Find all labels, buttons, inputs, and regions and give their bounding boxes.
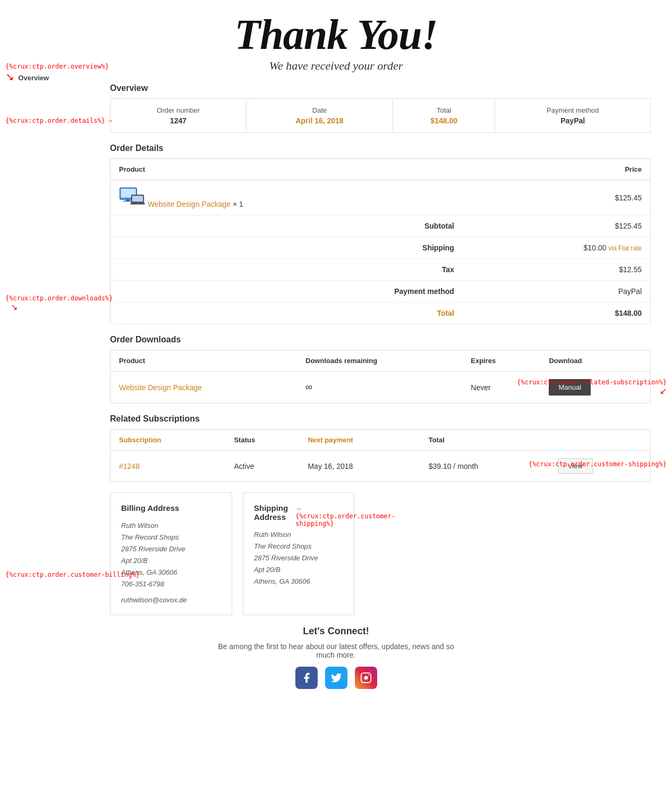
subs-col-status: Status — [225, 430, 299, 451]
shipping-method: via Flat rate — [608, 245, 642, 252]
sub-status: Active — [225, 451, 299, 482]
product-cell: Website Design Package × 1 — [110, 180, 463, 215]
subscriptions-table: Subscription Status Next payment Total #… — [110, 429, 651, 482]
billing-phone: 706-351-6798 — [121, 578, 221, 590]
subtotal-row: Subtotal $125.45 — [110, 215, 651, 237]
annotation-customer-shipping: {%crux:ctp.order.customer-shipping%} — [529, 460, 667, 468]
dl-col-remaining: Downloads remaining — [297, 350, 462, 372]
product-link[interactable]: Website Design Package — [148, 200, 231, 208]
related-subscriptions-section: Related Subscriptions Subscription Statu… — [110, 414, 651, 482]
col-price-header: Price — [463, 159, 651, 180]
dl-col-expires: Expires — [462, 350, 540, 372]
total-value: $148.00 — [404, 116, 484, 125]
shipping-apt: Apt 20/B — [254, 564, 343, 576]
subs-col-subscription: Subscription — [110, 430, 226, 451]
downloads-title: Order Downloads — [110, 335, 651, 344]
shipping-city-state: Athens, GA 30606 — [254, 576, 343, 587]
order-details-section: Order Details Product Price — [110, 144, 651, 324]
total-cell: Total $148.00 — [393, 99, 495, 133]
billing-apt: Apt 20/B — [121, 555, 221, 567]
overview-section: Overview Order number 1247 Date April 16… — [110, 83, 651, 133]
billing-address-box: Billing Address Ruth Wilson The Record S… — [110, 492, 232, 615]
billing-company: The Record Shops — [121, 532, 221, 543]
billing-street: 2875 Riverside Drive — [121, 543, 221, 555]
shipping-row: Shipping $10.00 via Flat rate — [110, 237, 651, 259]
product-price: $125.45 — [463, 180, 651, 215]
subs-col-total: Total — [420, 430, 549, 451]
sub-next-payment: May 16, 2018 — [299, 451, 420, 482]
col-product-header: Product — [110, 159, 463, 180]
order-details-table: Product Price — [110, 158, 651, 324]
annotation-downloads: {%crux:ctp.order.downloads%} ↘ — [5, 295, 113, 312]
annotation-related-sub: {%crux:ctp.order.related-subscription%} … — [517, 379, 667, 396]
shipping-address-content: Ruth Wilson The Record Shops 2875 Rivers… — [254, 529, 343, 587]
tax-value: $12.55 — [463, 259, 651, 281]
billing-address-content: Ruth Wilson The Record Shops 2875 Rivers… — [121, 520, 221, 591]
overview-table: Order number 1247 Date April 16, 2018 To… — [110, 98, 651, 133]
billing-name: Ruth Wilson — [121, 520, 221, 532]
shipping-address-box: Shipping Address → {%crux:ctp.order.cust… — [243, 492, 354, 615]
billing-email: ruthwilson@covox.de — [121, 596, 221, 604]
dl-remaining: ∞ — [297, 372, 462, 404]
dl-col-product: Product — [110, 350, 297, 372]
billing-address-title: Billing Address — [121, 503, 221, 512]
svg-rect-5 — [132, 196, 143, 201]
order-number-cell: Order number 1247 — [110, 99, 246, 133]
payment-value: PayPal — [506, 116, 640, 125]
subs-col-action — [549, 430, 651, 451]
shipping-street: 2875 Riverside Drive — [254, 552, 343, 564]
connect-text: Be among the first to hear about our lat… — [217, 642, 456, 659]
payment-method-label: Payment method — [110, 281, 463, 302]
connect-section: Let's Connect! Be among the first to hea… — [0, 626, 672, 689]
address-row: Billing Address Ruth Wilson The Record S… — [110, 492, 651, 615]
product-quantity: × 1 — [233, 200, 243, 208]
dl-product-name: Website Design Package — [110, 372, 297, 404]
payment-label: Payment method — [506, 106, 640, 114]
subtotal-value: $125.45 — [463, 215, 651, 237]
product-row: Website Design Package × 1 $125.45 — [110, 180, 651, 215]
twitter-icon[interactable] — [325, 667, 347, 689]
subs-header-row: Related Subscriptions — [110, 414, 651, 424]
page-title: Thank You! — [0, 11, 672, 59]
connect-title: Let's Connect! — [0, 626, 672, 637]
shipping-company: The Record Shops — [254, 541, 343, 552]
facebook-icon[interactable] — [295, 667, 318, 689]
svg-rect-3 — [123, 201, 132, 202]
details-total-label: Total — [110, 302, 463, 324]
overview-section-title: Overview — [110, 83, 651, 93]
subs-title: Related Subscriptions — [110, 414, 200, 424]
social-icons-row — [0, 667, 672, 689]
dl-col-download: Download — [540, 350, 650, 372]
svg-rect-6 — [131, 203, 145, 205]
subs-col-next-payment: Next payment — [299, 430, 420, 451]
sub-id: #1248 — [110, 451, 226, 482]
total-label: Total — [404, 106, 484, 114]
annotation-customer-billing: {%crux:ctp.order.customer-billing%} — [5, 571, 140, 578]
tax-row: Tax $12.55 — [110, 259, 651, 281]
shipping-name: Ruth Wilson — [254, 529, 343, 541]
product-icon — [119, 200, 148, 208]
tax-label: Tax — [110, 259, 463, 281]
shipping-address-title: Shipping Address — [254, 503, 288, 522]
details-total-value: $148.00 — [463, 302, 651, 324]
total-row: Total $148.00 — [110, 302, 651, 324]
shipping-label: Shipping — [110, 237, 463, 259]
page-wrapper: {%crux:ctp.order.overview%} ↘ Overview {… — [0, 0, 672, 710]
shipping-value: $10.00 via Flat rate — [463, 237, 651, 259]
annotation-overview: {%crux:ctp.order.overview%} ↘ Overview — [5, 63, 109, 83]
date-label: Date — [257, 106, 382, 114]
payment-method-row: Payment method PayPal — [110, 281, 651, 302]
date-cell: Date April 16, 2018 — [246, 99, 393, 133]
order-number-label: Order number — [121, 106, 235, 114]
annotation-details: {%crux:ctp.order.details%} → — [5, 117, 113, 124]
order-details-title: Order Details — [110, 144, 651, 153]
payment-method-value: PayPal — [463, 281, 651, 302]
order-number-value: 1247 — [121, 116, 235, 125]
instagram-icon[interactable] — [355, 667, 377, 689]
subtotal-label: Subtotal — [110, 215, 463, 237]
date-value: April 16, 2018 — [257, 116, 382, 125]
payment-cell: Payment method PayPal — [495, 99, 651, 133]
